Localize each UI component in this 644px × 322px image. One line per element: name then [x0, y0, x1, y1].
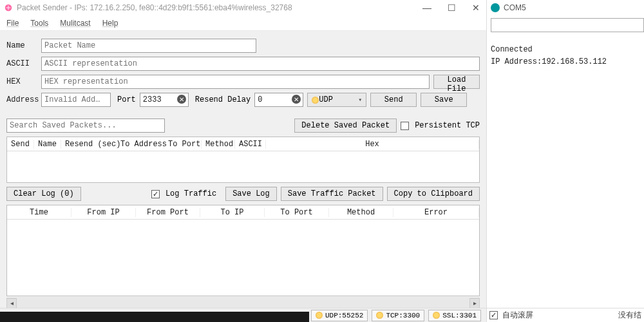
name-input[interactable] — [41, 39, 256, 53]
col-name[interactable]: Name — [34, 140, 61, 149]
globe-icon — [312, 97, 319, 104]
log-col-method[interactable]: Method — [329, 208, 393, 217]
traffic-log-body — [7, 220, 479, 296]
maximize-button[interactable]: ☐ — [445, 3, 458, 13]
menubar: File Tools Mulitcast Help — [0, 15, 486, 31]
autoscroll-checkbox[interactable] — [489, 311, 498, 319]
serial-send-input[interactable] — [491, 18, 644, 32]
status-tcp[interactable]: TCP:3300 — [372, 310, 424, 321]
black-strip — [0, 312, 309, 322]
col-send[interactable]: Send — [7, 140, 34, 149]
persistent-tcp-checkbox[interactable] — [401, 122, 409, 130]
side-title-text: COM5 — [504, 3, 526, 12]
saved-packets-body — [7, 151, 479, 182]
side-titlebar: COM5 — [487, 0, 644, 15]
ascii-input[interactable] — [41, 57, 480, 71]
packet-form: Name ASCII HEX Load File Address Port ✕ — [0, 31, 486, 115]
send-button[interactable]: Send — [370, 93, 417, 107]
side-tail-text: 没有结 — [618, 310, 641, 321]
close-button[interactable]: ✕ — [469, 3, 482, 13]
saved-packets-table: Send Name Resend (sec) To Address To Por… — [6, 137, 480, 183]
arduino-icon — [491, 3, 500, 12]
serial-line-ip: IP Address:192.168.53.112 — [491, 56, 640, 68]
menu-multicast[interactable]: Mulitcast — [60, 19, 90, 28]
save-button[interactable]: Save — [421, 93, 467, 107]
resend-delay-label: Resend Delay — [195, 95, 251, 104]
save-log-button[interactable]: Save Log — [225, 187, 277, 201]
save-traffic-packet-button[interactable]: Save Traffic Packet — [281, 187, 383, 201]
log-col-from-port[interactable]: From Port — [136, 208, 200, 217]
hex-label: HEX — [6, 77, 37, 86]
col-resend[interactable]: Resend (sec) — [61, 140, 117, 149]
minimize-button[interactable]: — — [421, 3, 433, 13]
menu-help[interactable]: Help — [102, 19, 118, 28]
ascii-label: ASCII — [6, 59, 37, 68]
address-input[interactable] — [41, 93, 111, 107]
globe-icon — [433, 312, 440, 319]
clear-log-button[interactable]: Clear Log (0) — [6, 187, 81, 201]
persistent-tcp-label: Persistent TCP — [415, 121, 480, 130]
globe-icon — [316, 312, 323, 319]
log-traffic-label: Log Traffic — [166, 189, 216, 198]
log-col-error[interactable]: Error — [393, 208, 479, 217]
col-to-port[interactable]: To Port — [164, 140, 202, 149]
traffic-log-table: Time From IP From Port To IP To Port Met… — [6, 205, 480, 296]
col-to-address[interactable]: To Address — [117, 140, 164, 149]
autoscroll-label: 自动滚屏 — [502, 310, 533, 321]
menu-tools[interactable]: Tools — [30, 19, 48, 28]
serial-monitor-window: COM5 Connected IP Address:192.168.53.112… — [487, 0, 644, 322]
log-col-time[interactable]: Time — [7, 208, 71, 217]
protocol-select[interactable]: UDP ▾ — [307, 93, 366, 107]
titlebar: Packet Sender - IPs: 172.16.2.250, fe80:… — [0, 0, 486, 15]
address-label: Address — [6, 95, 37, 104]
col-method[interactable]: Method — [202, 140, 235, 149]
col-hex[interactable]: Hex — [266, 140, 479, 149]
clear-port-icon[interactable]: ✕ — [177, 95, 186, 104]
app-icon — [4, 3, 13, 12]
globe-icon — [376, 312, 383, 319]
log-col-to-port[interactable]: To Port — [265, 208, 329, 217]
status-udp[interactable]: UDP:55252 — [311, 310, 368, 321]
port-label: Port — [117, 95, 136, 104]
log-traffic-checkbox[interactable] — [151, 190, 160, 198]
scroll-track[interactable] — [17, 299, 469, 308]
serial-output: Connected IP Address:192.168.53.112 — [487, 35, 644, 77]
horizontal-scrollbar[interactable]: ◂ ▸ — [6, 298, 480, 308]
packet-sender-window: Packet Sender - IPs: 172.16.2.250, fe80:… — [0, 0, 487, 322]
scroll-right-icon[interactable]: ▸ — [469, 298, 480, 308]
col-ascii[interactable]: ASCII — [235, 140, 266, 149]
log-col-from-ip[interactable]: From IP — [71, 208, 136, 217]
menu-file[interactable]: File — [6, 19, 19, 28]
window-title: Packet Sender - IPs: 172.16.2.250, fe80:… — [17, 3, 421, 12]
scroll-left-icon[interactable]: ◂ — [6, 298, 17, 308]
side-statusbar: 自动滚屏 没有结 — [487, 308, 644, 322]
name-label: Name — [6, 41, 37, 50]
log-col-to-ip[interactable]: To IP — [200, 208, 265, 217]
serial-line-connected: Connected — [491, 44, 640, 56]
delete-saved-packet-button[interactable]: Delete Saved Packet — [294, 118, 397, 133]
load-file-button[interactable]: Load File — [433, 75, 480, 89]
chevron-down-icon: ▾ — [358, 96, 362, 104]
protocol-value: UDP — [319, 95, 333, 104]
status-ssl[interactable]: SSL:3301 — [428, 310, 481, 321]
copy-to-clipboard-button[interactable]: Copy to Clipboard — [387, 187, 480, 201]
search-packets-input[interactable] — [6, 118, 165, 133]
hex-input[interactable] — [41, 75, 430, 89]
